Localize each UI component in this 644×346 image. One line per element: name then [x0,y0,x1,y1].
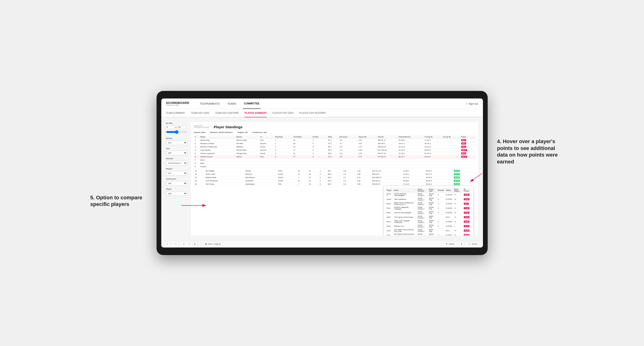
panel-header: Update time: 27/01/2024 16:56:26 Player … [194,125,475,129]
redo-button[interactable]: ↪ [173,242,178,246]
filter-region: Region: All [238,131,248,134]
gender-select[interactable]: Men [166,141,187,145]
conference-section: Conference (All) [166,178,187,186]
points-badge[interactable]: 60.9 [461,152,466,155]
tab-team-h2h-heatmap[interactable]: TEAM H2H HEATMAP [215,109,239,117]
division-label: Division [166,158,187,160]
no-rds-range: - [166,125,187,129]
tab-team-h2h-grid[interactable]: TEAM H2H GRID [191,109,209,117]
table-row: 1 Wenyi Ding Arizona State First 1 15 1 … [194,139,475,142]
hover-table-row: Gordo Tiger Invitational NCAA Division I… [386,197,471,201]
logo-text: SCOREBOARD [166,101,190,104]
no-rds-max-input[interactable] [178,125,186,129]
table-row: 22 Ian Gilligan Florida Third 10 24 1 68… [194,169,475,173]
share-label: Share [472,243,477,245]
watch-button[interactable]: 👁 Watch [444,242,456,246]
logo-sub: Powered by clippi [166,104,190,106]
points-badge[interactable]: 36.49 [454,183,460,185]
nav-committee[interactable]: COMMITTEE [243,99,260,109]
division-section: Division NCAA Division I [166,158,187,165]
hover-table-row: David Williams Cup NCAA Division I Strok… [386,224,471,228]
region-select[interactable]: N/A [166,171,187,175]
table-row: 4 Luke Clanton Florida State Second 5 27… [194,149,475,152]
col-num: # [194,135,199,139]
table-row: 7 Niche [194,159,475,162]
tab-team-summary[interactable]: TEAM SUMMARY [166,109,186,117]
separator-icon: | [466,102,466,105]
points-badge[interactable]: 88.2 [461,139,466,141]
hover-table-row: Tiger SEC Stroke Play hosted by Jerry Pa… [386,233,471,236]
col-vs50: Vs Top 50 [442,135,460,139]
table-row: 24 Bastien Amat New Mexico Fourth 1 27 2… [194,176,475,179]
logo[interactable]: SCOREBOARD Powered by clippi [166,101,190,106]
col-wins: Wins [327,135,338,139]
undo-button[interactable]: ↩ [165,242,170,246]
download-button[interactable]: ⬇ [459,242,464,246]
col-overall: Overall Record [398,135,424,139]
year-select[interactable]: (All) [166,151,187,155]
tab-player-h2h-grid[interactable]: PLAYER H2H GRID [272,109,294,117]
copy-button[interactable]: ⊞ [192,242,198,246]
gender-label: Gender [166,137,187,139]
extra-rows-table: 22 Ian Gilligan Florida Third 10 24 1 68… [194,169,475,186]
tablet-frame: SCOREBOARD Powered by clippi TOURNAMENTS… [156,91,488,255]
nav-tournaments[interactable]: TOURNAMENTS [199,99,221,109]
col-vs25: Vs Top 25 [424,135,442,139]
filter-conference: Conference: All [252,131,266,134]
hover-table-row: Mare Amer An Intercollegiate NCAA Divisi… [386,210,471,215]
left-sidebar: No Rds. - Gender Men [166,122,187,235]
year-label: Year [166,147,187,150]
tab-player-summary[interactable]: PLAYER SUMMARY [244,109,267,117]
no-rds-slider[interactable] [166,130,187,134]
table-row: 25 Cole Sherwood Vanderbilt Fourth 12 23… [194,179,475,182]
no-rds-section: No Rds. - [166,122,187,135]
col-points: Points [460,135,475,139]
sign-out-link[interactable]: Sign out [468,102,478,105]
view-original-button[interactable]: ◉ View: Original [204,242,222,246]
col-avg-to-par: Avg to Par [358,135,377,139]
points-badge[interactable]: 68.54 [461,149,467,151]
top-nav: SCOREBOARD Powered by clippi TOURNAMENTS… [161,99,483,109]
filter-division: Division: NCAA Division I [210,131,233,134]
region-label: Region [166,168,187,170]
col-no-rds: No Rds. [312,135,327,139]
points-badge[interactable]: 70.2 [461,146,466,148]
year-section: Year (All) [166,147,187,155]
hover-overlay: Player Event Event Division Event Type R… [384,186,474,235]
share-button[interactable]: ⬡ Share [467,242,479,246]
reset-button[interactable]: ↺ [181,242,186,246]
hover-col-type: Event Type [428,188,437,192]
hover-header-row: Player Event Event Division Event Type R… [386,188,471,192]
division-select[interactable]: NCAA Division I [166,161,187,165]
col-reg-rank: Reg Rank [274,135,292,139]
points-badge[interactable]: 76.3 [461,142,466,145]
hover-col-player: Player [386,188,393,192]
points-badge[interactable]: 40.27 [454,173,460,175]
view-icon: ◉ [205,243,207,245]
region-section: Region N/A [166,168,187,175]
points-badge[interactable]: 38.95 [454,180,460,182]
watch-label: Watch [449,243,454,245]
nav-teams[interactable]: TEAMS [226,99,237,109]
player-standings-table: # Player School Yr Reg Rank Conf Rank No… [194,135,475,169]
points-badge[interactable]: 48.58 [454,170,460,172]
col-yr: Yr [259,135,274,139]
no-rds-min-input[interactable] [166,125,174,129]
col-conf-rank: Conf Rank [292,135,312,139]
player-select[interactable]: (All) [166,191,187,196]
annotation-left: 5. Option to compare specific players [90,194,147,208]
table-header-row: # Player School Yr Reg Rank Conf Rank No… [194,135,475,139]
tab-player-h2h-heatmap[interactable]: PLAYER H2H HEATMAP [299,109,326,117]
conference-label: Conference [166,178,187,180]
hover-col-rounds: Rounds [437,188,445,192]
points-badge[interactable]: 40.02 [454,176,460,178]
col-adj-score: Adj. Score [338,135,357,139]
annotation-right: 4. Hover over a player's points to see a… [497,138,563,165]
filter-row: Gender: Men Division: NCAA Division I Re… [194,131,475,134]
table-row: 23 Jack Lundin Missouri Fourth 11 24 0 6… [194,173,475,176]
conference-select[interactable]: (All) [166,181,187,186]
col-player: Player [199,135,235,139]
hover-col-status: Status [445,188,453,192]
separator-2 [200,242,200,246]
points-badge[interactable]: 58.18 [461,156,467,158]
